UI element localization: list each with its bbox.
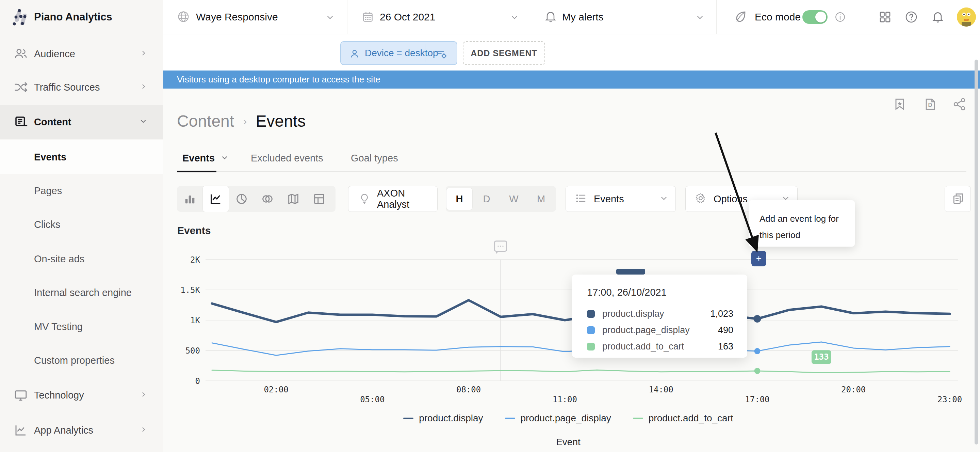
segment-chip[interactable]: Device = desktop (340, 41, 457, 65)
venn-icon[interactable] (255, 186, 280, 212)
gear-icon (695, 192, 707, 206)
piano-logo-icon (13, 9, 29, 25)
page-scrollbar[interactable] (974, 0, 978, 452)
scrollbar-thumb[interactable] (975, 60, 978, 444)
events-line-chart[interactable]: 05001K1.5K2K02:0008:0014:0020:0005:0011:… (163, 221, 980, 412)
map-icon[interactable] (280, 186, 306, 212)
segment-description-text: Visitors using a desktop computer to acc… (177, 74, 380, 85)
add-event-log-button[interactable]: + (751, 251, 766, 266)
granularity-hour[interactable]: H (447, 188, 472, 210)
chart-tooltip: 17:00, 26/10/2021 product.display 1,023 … (572, 275, 747, 358)
series-swatch (587, 343, 595, 350)
legend-dash (633, 418, 643, 419)
avatar[interactable] (957, 8, 976, 27)
notifications-bell-icon[interactable] (931, 10, 945, 25)
series-swatch (587, 326, 595, 334)
person-icon (348, 48, 361, 61)
line-chart-icon[interactable] (203, 186, 229, 212)
chevron-down-icon[interactable] (696, 13, 704, 23)
sidebar-item-clicks[interactable]: Clicks (0, 208, 163, 241)
svg-text:20:00: 20:00 (841, 385, 865, 395)
eco-mode-label: Eco mode (755, 0, 801, 34)
sidebar-item-pages[interactable]: Pages (0, 174, 163, 208)
apps-grid-icon[interactable] (878, 10, 892, 26)
report-doc-icon[interactable]: D (923, 97, 938, 112)
people-icon (13, 46, 29, 62)
sidebar-item-audience[interactable]: Audience (0, 37, 163, 71)
eco-mode-toggle[interactable] (802, 10, 827, 24)
chevron-down-icon[interactable] (511, 13, 519, 23)
chevron-down-icon (221, 153, 228, 164)
alerts-selector[interactable]: My alerts (562, 0, 604, 34)
date-selector[interactable]: 26 Oct 2021 (380, 0, 435, 34)
svg-text:11:00: 11:00 (553, 395, 577, 404)
bar-chart-icon[interactable] (177, 186, 203, 212)
top-bar: Waye Responsive 26 Oct 2021 My alerts Ec… (163, 0, 980, 34)
app-logo[interactable]: Piano Analytics (0, 0, 163, 34)
chevron-down-icon (660, 194, 668, 204)
granularity-day[interactable]: D (473, 193, 500, 205)
copy-icon (951, 192, 965, 206)
annotation-tooltip-line2: this period (759, 227, 855, 243)
svg-text:1.5K: 1.5K (180, 286, 200, 295)
svg-text:D: D (928, 102, 932, 108)
segment-settings-icon[interactable] (436, 48, 448, 62)
chart-tooltip-row: product.add_to_cart 163 (587, 340, 733, 352)
bookmark-icon[interactable] (892, 97, 907, 112)
sidebar-item-onsite-ads[interactable]: On-site ads (0, 242, 163, 276)
site-selector[interactable]: Waye Responsive (196, 0, 278, 34)
legend-dash (403, 418, 414, 419)
info-icon[interactable] (834, 11, 846, 24)
table-icon[interactable] (306, 186, 332, 212)
chevron-down-icon (140, 118, 147, 126)
tab-goal-types[interactable]: Goal types (351, 145, 398, 171)
axon-analyst-button[interactable]: AXON Analyst (348, 186, 438, 212)
svg-text:0: 0 (195, 376, 200, 386)
add-segment-button[interactable]: ADD SEGMENT (463, 41, 545, 65)
svg-text:14:00: 14:00 (649, 385, 673, 395)
tab-bar: Events Excluded events Goal types (177, 145, 966, 172)
leaf-icon (733, 9, 748, 26)
breadcrumb-parent[interactable]: Content (177, 112, 234, 131)
shuffle-icon (13, 79, 29, 95)
tab-events[interactable]: Events (182, 145, 228, 171)
help-icon[interactable] (904, 10, 918, 25)
svg-text:02:00: 02:00 (264, 385, 288, 395)
sidebar-item-app-analytics[interactable]: App Analytics (0, 413, 163, 447)
chart-icon (13, 422, 29, 438)
sidebar-item-events[interactable]: Events (0, 141, 163, 174)
granularity-switcher: H D W M (446, 186, 556, 212)
chevron-right-icon (140, 391, 147, 399)
copy-report-button[interactable] (945, 186, 971, 212)
chart-type-switcher (177, 186, 336, 212)
sidebar-item-internal-search[interactable]: Internal search engine (0, 276, 163, 310)
segment-row: Device = desktop ADD SEGMENT (163, 34, 980, 70)
granularity-week[interactable]: W (500, 193, 527, 205)
comment-bubble-icon[interactable] (493, 240, 508, 256)
metric-dropdown[interactable]: Events (566, 186, 676, 212)
sidebar-item-custom-properties[interactable]: Custom properties (0, 343, 163, 377)
chart-tooltip-title: 17:00, 26/10/2021 (587, 287, 667, 298)
sidebar: Piano Analytics Audience Traffic Sources (0, 0, 163, 452)
sidebar-item-mv-testing[interactable]: MV Testing (0, 310, 163, 344)
svg-text:23:00: 23:00 (937, 395, 962, 404)
annotation-tooltip-line1: Add an event log for (759, 211, 855, 227)
tab-excluded-events[interactable]: Excluded events (251, 145, 323, 171)
sidebar-item-technology[interactable]: Technology (0, 378, 163, 412)
legend-item-product-display[interactable]: product.display (403, 413, 483, 424)
monitor-icon (13, 387, 29, 403)
legend-item-product-page-display[interactable]: product.page_display (505, 413, 611, 424)
sidebar-item-content[interactable]: Content (0, 105, 163, 139)
share-icon[interactable] (952, 97, 967, 112)
granularity-month[interactable]: M (527, 193, 555, 205)
pie-chart-icon[interactable] (229, 186, 255, 212)
active-tab-underline (177, 171, 216, 172)
chevron-down-icon[interactable] (326, 13, 334, 23)
chart-tooltip-row: product.display 1,023 (587, 308, 733, 319)
sidebar-item-traffic-sources[interactable]: Traffic Sources (0, 70, 163, 104)
legend-item-product-add-to-cart[interactable]: product.add_to_cart (633, 413, 733, 424)
bell-icon (544, 10, 557, 24)
chevron-right-icon (140, 50, 147, 58)
x-axis-title: Event (170, 437, 966, 447)
app-name: Piano Analytics (34, 11, 112, 23)
